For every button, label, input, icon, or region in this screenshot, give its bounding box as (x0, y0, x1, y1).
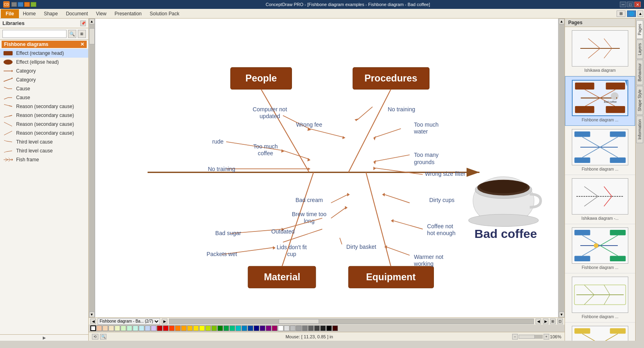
page-thumb-3[interactable]: Ishikawa diagram -... (565, 175, 635, 224)
page-thumb-6[interactable]: Fishbone diagram ... (565, 323, 635, 341)
palette-color[interactable] (151, 325, 156, 331)
palette-color[interactable] (199, 325, 205, 331)
palette-color[interactable] (278, 325, 283, 331)
palette-color[interactable] (163, 325, 169, 331)
zoom-in-btn[interactable]: + (544, 334, 549, 340)
zoom-out-btn[interactable]: − (512, 334, 518, 340)
palette-color[interactable] (127, 325, 132, 331)
palette-color[interactable] (108, 325, 114, 331)
palette-color[interactable] (326, 325, 332, 331)
close-button[interactable]: ✕ (634, 2, 641, 7)
view-toggle-2[interactable]: 🌐 (627, 10, 636, 17)
menu-presentation[interactable]: Presentation (110, 10, 146, 17)
search-button[interactable]: 🔍 (68, 30, 76, 38)
tb-icon-4[interactable] (31, 2, 36, 7)
palette-color[interactable] (115, 325, 120, 331)
menu-shape[interactable]: Shape (40, 10, 62, 17)
palette-color[interactable] (229, 325, 235, 331)
scrollbar-v[interactable]: ▲ ▼ (89, 19, 95, 317)
tb-icon-2[interactable] (18, 2, 23, 7)
library-close-icon[interactable]: ✕ (80, 42, 84, 47)
tab-layers[interactable]: Layers (636, 40, 643, 59)
lib-item-cause-2[interactable]: Cause (0, 93, 88, 102)
palette-color[interactable] (211, 325, 217, 331)
tab-information[interactable]: Information (636, 116, 643, 143)
lib-item-effect-ellipse[interactable]: Effect (ellipse head) (0, 58, 88, 67)
tb-icon-3[interactable] (24, 2, 30, 7)
page-next-btn[interactable]: ▶ (162, 319, 167, 324)
palette-color[interactable] (102, 325, 108, 331)
scroll-thumb[interactable] (89, 28, 95, 44)
palette-color[interactable] (332, 325, 338, 331)
vscroll-track[interactable] (559, 24, 565, 312)
palette-color[interactable] (187, 325, 193, 331)
page-thumb-2[interactable]: Fishbone diagram ... (565, 126, 635, 175)
palette-color[interactable] (96, 325, 102, 331)
search-input[interactable] (2, 30, 67, 38)
hscroll-left[interactable]: ◀ (536, 319, 541, 324)
palette-color[interactable] (302, 325, 308, 331)
palette-color[interactable] (284, 325, 290, 331)
palette-color[interactable] (217, 325, 223, 331)
palette-color[interactable] (181, 325, 187, 331)
vscroll-up[interactable]: ▲ (559, 19, 565, 24)
page-thumb-0[interactable]: Ishikawa diagram (565, 27, 635, 76)
palette-color[interactable] (223, 325, 229, 331)
palette-color[interactable] (266, 325, 271, 331)
hscroll-track[interactable] (169, 319, 534, 324)
palette-color[interactable] (308, 325, 314, 331)
grid-view-button[interactable]: ⊞ (78, 30, 86, 38)
palette-color[interactable] (169, 325, 175, 331)
fit-view-btn[interactable]: ⊞ (550, 319, 556, 324)
palette-color[interactable] (205, 325, 211, 331)
lib-item-third-1[interactable]: Third level cause (0, 138, 88, 146)
scroll-down-btn[interactable]: ▼ (89, 312, 95, 317)
vscroll-down[interactable]: ▼ (559, 312, 565, 317)
view-toggle-1[interactable]: ⊞ (617, 10, 625, 17)
sidebar-expand[interactable]: ▶ (0, 334, 88, 341)
palette-color[interactable] (133, 325, 138, 331)
lib-item-effect-rect[interactable]: Effect (rectange head) (0, 49, 88, 58)
menu-document[interactable]: Document (62, 10, 92, 17)
palette-color[interactable] (260, 325, 265, 331)
lib-item-third-2[interactable]: Third level cause (0, 146, 88, 155)
hscroll-thumb[interactable] (279, 319, 319, 324)
library-fishbone-tag[interactable]: Fishbone diagrams ✕ (2, 41, 87, 48)
hscroll-right[interactable]: ▶ (543, 319, 548, 324)
tb-icon-1[interactable] (11, 2, 17, 7)
palette-color[interactable] (248, 325, 253, 331)
page-prev-btn[interactable]: ◀ (90, 319, 96, 324)
pin-icon[interactable]: 📌 (80, 21, 86, 26)
palette-color[interactable] (145, 325, 150, 331)
palette-color[interactable] (290, 325, 296, 331)
menu-solution-pack[interactable]: Solution Pack (146, 10, 183, 17)
menu-file[interactable]: File (1, 9, 19, 18)
lib-item-reason-3[interactable]: Reason (secondary cause) (0, 120, 88, 129)
tab-shape-style[interactable]: Shape Style (636, 86, 643, 115)
tab-pages[interactable]: Pages (636, 20, 643, 39)
lib-item-category-1[interactable]: Category (0, 67, 88, 75)
page-thumb-4[interactable]: Fishbone diagram ... (565, 224, 635, 273)
scroll-up-btn[interactable]: ▲ (89, 19, 95, 24)
menu-home[interactable]: Home (19, 10, 40, 17)
lib-item-category-2[interactable]: Category (0, 75, 88, 84)
page-thumb-5[interactable]: Fishbone diagram ... (565, 273, 635, 323)
zoom-slider[interactable] (519, 335, 543, 339)
page-selector[interactable]: Fishbone diagram - Ba... (2/7) (98, 318, 160, 325)
status-icon-1[interactable]: ⟲ (92, 334, 98, 340)
palette-color[interactable] (296, 325, 302, 331)
palette-color[interactable] (175, 325, 181, 331)
lib-item-reason-2[interactable]: Reason (secondary cause) (0, 111, 88, 120)
scroll-track[interactable] (89, 24, 95, 312)
palette-color[interactable] (139, 325, 144, 331)
palette-color[interactable] (193, 325, 199, 331)
palette-color[interactable] (157, 325, 163, 331)
right-scrollbar[interactable]: ▲ ▼ (558, 19, 565, 317)
collapse-btn[interactable]: ▲ (638, 10, 643, 17)
palette-color[interactable] (254, 325, 259, 331)
palette-color[interactable] (121, 325, 126, 331)
page-thumb-1[interactable]: Bad coffee Fishbone diagram ... (565, 76, 635, 126)
zoom-btn[interactable]: ⊡ (557, 319, 563, 324)
status-icon-2[interactable]: 🔍 (100, 334, 106, 340)
color-picker-btn[interactable] (90, 325, 96, 331)
